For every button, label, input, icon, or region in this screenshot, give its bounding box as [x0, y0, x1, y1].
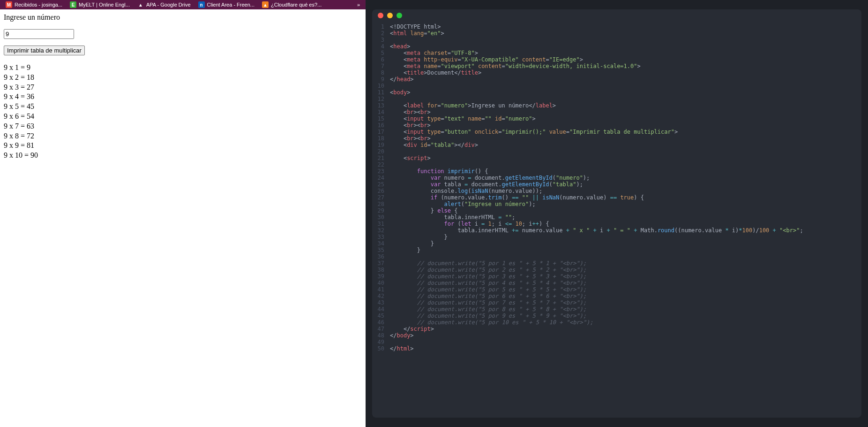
- code-line: 1<!DOCTYPE html>: [372, 23, 861, 30]
- bookmark-item[interactable]: EMyELT | Online Engl...: [66, 0, 134, 9]
- bookmark-item[interactable]: nClient Area - Freen...: [195, 0, 259, 9]
- line-content: // document.write("5 por 2 es " + 5 * 2 …: [390, 267, 586, 273]
- code-line: 42 // document.write("5 por 6 es " + 5 *…: [372, 293, 861, 299]
- output-line: 9 x 3 = 27: [4, 83, 362, 92]
- line-content: // document.write("5 por 4 es " + 5 * 4 …: [390, 280, 586, 286]
- line-content: console.log(isNaN(numero.value));: [390, 188, 542, 194]
- line-number: 40: [372, 280, 390, 286]
- output-line: 9 x 4 = 36: [4, 92, 362, 102]
- line-content: <script>: [390, 155, 431, 161]
- code-line: 10: [372, 83, 861, 89]
- bookmark-icon: E: [70, 1, 76, 8]
- print-table-button[interactable]: Imprimir tabla de multiplicar: [4, 46, 85, 55]
- line-content: // document.write("5 por 5 es " + 5 * 5 …: [390, 286, 586, 293]
- line-number: 28: [372, 201, 390, 207]
- code-line: 17 <input type="button" onclick="imprimi…: [372, 129, 861, 135]
- line-content: alert("Ingrese un número");: [390, 201, 536, 207]
- line-content: for (let i = 1; i <= 10; i++) {: [390, 221, 549, 227]
- line-content: }: [390, 234, 448, 240]
- window-maximize-icon[interactable]: [397, 13, 402, 18]
- number-label: Ingrese un número: [4, 13, 60, 22]
- code-line: 13 <label for="numero">Ingrese un número…: [372, 102, 861, 109]
- code-line: 40 // document.write("5 por 4 es " + 5 *…: [372, 280, 861, 286]
- line-number: 32: [372, 227, 390, 234]
- line-number: 10: [372, 83, 390, 89]
- line-content: // document.write("5 por 3 es " + 5 * 3 …: [390, 273, 586, 280]
- line-number: 6: [372, 56, 390, 63]
- code-line: 31 for (let i = 1; i <= 10; i++) {: [372, 221, 861, 227]
- line-content: <br><br>: [390, 109, 431, 115]
- code-line: 27 if (numero.value.trim() == "" || isNa…: [372, 194, 861, 201]
- output-line: 9 x 5 = 45: [4, 102, 362, 112]
- line-number: 15: [372, 115, 390, 122]
- code-line: 11<body>: [372, 89, 861, 96]
- line-number: 3: [372, 37, 390, 43]
- output-line: 9 x 1 = 9: [4, 63, 362, 73]
- bookmarks-overflow-icon[interactable]: »: [353, 2, 364, 8]
- line-content: // document.write("5 por 6 es " + 5 * 6 …: [390, 293, 586, 299]
- window-controls: [372, 9, 861, 22]
- code-line: 26 console.log(isNaN(numero.value));: [372, 188, 861, 194]
- line-content: <div id="tabla"></div>: [390, 142, 478, 148]
- line-number: 41: [372, 286, 390, 293]
- code-line: 21 <script>: [372, 155, 861, 161]
- line-number: 47: [372, 326, 390, 332]
- code-line: 36: [372, 253, 861, 260]
- line-number: 16: [372, 122, 390, 129]
- bookmark-item[interactable]: ▲¿Cloudflare qué es?...: [258, 0, 325, 9]
- bookmark-item[interactable]: MRecibidos - josinga...: [2, 0, 66, 9]
- line-content: <title>Document</title>: [390, 69, 481, 76]
- window-close-icon[interactable]: [378, 13, 383, 18]
- line-content: <input type="button" onclick="imprimir()…: [390, 129, 678, 135]
- bookmark-label: Client Area - Freen...: [207, 2, 255, 8]
- code-line: 50</html>: [372, 345, 861, 352]
- line-number: 46: [372, 319, 390, 326]
- line-content: <body>: [390, 89, 410, 96]
- line-number: 49: [372, 339, 390, 345]
- code-area[interactable]: 1<!DOCTYPE html>2<html lang="en">34<head…: [372, 22, 861, 418]
- line-content: function imprimir() {: [390, 168, 488, 175]
- line-number: 12: [372, 96, 390, 102]
- code-line: 20: [372, 148, 861, 155]
- line-number: 42: [372, 293, 390, 299]
- output-line: 9 x 2 = 18: [4, 73, 362, 83]
- line-number: 4: [372, 43, 390, 50]
- output-line: 9 x 9 = 81: [4, 141, 362, 151]
- line-content: <meta name="viewport" content="width=dev…: [390, 63, 641, 69]
- code-line: 22: [372, 161, 861, 168]
- line-content: var numero = document.getElementById("nu…: [390, 175, 590, 181]
- line-number: 50: [372, 345, 390, 352]
- line-content: <!DOCTYPE html>: [390, 23, 441, 30]
- line-number: 8: [372, 69, 390, 76]
- window-minimize-icon[interactable]: [387, 13, 393, 18]
- code-editor-window: 1<!DOCTYPE html>2<html lang="en">34<head…: [372, 9, 861, 418]
- line-number: 14: [372, 109, 390, 115]
- code-line: 9</head>: [372, 76, 861, 83]
- line-number: 48: [372, 332, 390, 339]
- code-line: 25 var tabla = document.getElementById("…: [372, 181, 861, 188]
- code-line: 12: [372, 96, 861, 102]
- code-line: 5 <meta charset="UTF-8">: [372, 50, 861, 56]
- line-content: if (numero.value.trim() == "" || isNaN(n…: [390, 194, 644, 201]
- line-number: 26: [372, 188, 390, 194]
- bookmark-item[interactable]: ▲APA - Google Drive: [134, 0, 195, 9]
- line-content: </head>: [390, 76, 414, 83]
- line-number: 20: [372, 148, 390, 155]
- code-line: 38 // document.write("5 por 2 es " + 5 *…: [372, 267, 861, 273]
- line-number: 7: [372, 63, 390, 69]
- code-line: 24 var numero = document.getElementById(…: [372, 175, 861, 181]
- code-line: 43 // document.write("5 por 7 es " + 5 *…: [372, 299, 861, 306]
- line-content: <meta http-equiv="X-UA-Compatible" conte…: [390, 56, 583, 63]
- bookmark-icon: M: [6, 1, 12, 8]
- code-line: 47 </script>: [372, 326, 861, 332]
- code-line: 15 <input type="text" name="" id="numero…: [372, 115, 861, 122]
- code-line: 16 <br><br>: [372, 122, 861, 129]
- output-line: 9 x 6 = 54: [4, 112, 362, 122]
- bookmark-label: ¿Cloudflare qué es?...: [271, 2, 322, 8]
- code-line: 2<html lang="en">: [372, 30, 861, 37]
- code-line: 19 <div id="tabla"></div>: [372, 142, 861, 148]
- code-line: 45 // document.write("5 por 9 es " + 5 *…: [372, 313, 861, 319]
- line-content: // document.write("5 por 7 es " + 5 * 7 …: [390, 299, 586, 306]
- number-input[interactable]: [4, 29, 74, 39]
- bookmark-label: MyELT | Online Engl...: [79, 2, 130, 8]
